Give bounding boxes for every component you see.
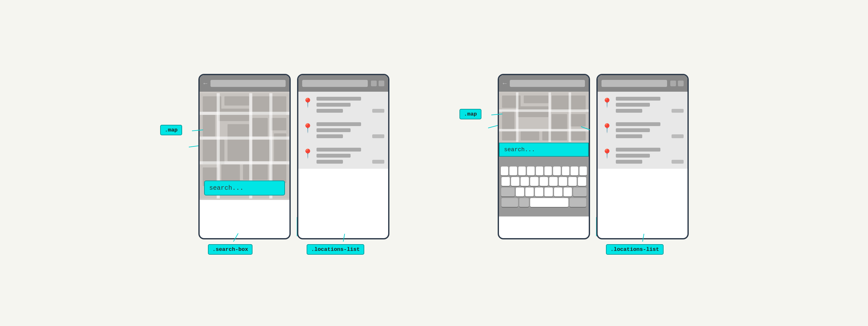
header-icon-2 — [379, 80, 384, 86]
kb-return-key[interactable] — [570, 198, 586, 207]
kb-key[interactable] — [559, 177, 567, 186]
svg-rect-40 — [499, 109, 589, 112]
svg-rect-39 — [570, 131, 586, 140]
pin-icon-6: 📍 — [601, 149, 613, 159]
list-item-6: 📍 — [601, 148, 684, 164]
kb-emoji-key[interactable] — [519, 198, 529, 207]
list-item-5: 📍 — [601, 122, 684, 138]
kb-key[interactable] — [540, 177, 548, 186]
right-phone-header-1 — [298, 75, 388, 92]
kb-delete-key[interactable] — [573, 188, 587, 196]
list-lines-5 — [616, 122, 669, 138]
annotation-locations-2: .locations-list — [606, 244, 663, 255]
right-phone-1: 📍 📍 — [297, 74, 390, 239]
list-line-4-2 — [616, 103, 650, 107]
left-phone-1: ← — [198, 74, 291, 239]
list-line-4-1 — [616, 97, 660, 101]
pin-icon-4: 📍 — [601, 97, 613, 108]
kb-key[interactable] — [516, 188, 524, 196]
kb-key[interactable] — [570, 166, 578, 175]
kb-key[interactable] — [525, 188, 534, 196]
kb-key[interactable] — [549, 177, 558, 186]
kb-key[interactable] — [545, 166, 552, 175]
list-line-5-1 — [616, 122, 660, 126]
list-line-6-2 — [616, 154, 650, 158]
list-item-3: 📍 — [302, 148, 384, 164]
kb-key[interactable] — [580, 166, 587, 175]
svg-rect-38 — [542, 131, 567, 140]
svg-rect-5 — [224, 96, 249, 105]
list-line-5-2 — [616, 128, 650, 132]
svg-rect-7 — [203, 115, 215, 137]
kb-key[interactable] — [509, 166, 517, 175]
list-item-2: 📍 — [302, 122, 384, 138]
kb-key[interactable] — [511, 177, 519, 186]
kb-key[interactable] — [536, 166, 543, 175]
svg-rect-30 — [524, 96, 549, 103]
header-icon-1 — [371, 80, 377, 86]
header-icon-3 — [670, 80, 676, 86]
list-tag-2 — [372, 134, 384, 138]
header-icon-4 — [678, 80, 684, 86]
kb-shift-key[interactable] — [501, 188, 515, 196]
svg-rect-32 — [502, 111, 515, 130]
kb-key[interactable] — [527, 166, 534, 175]
kb-key[interactable] — [521, 177, 529, 186]
svg-rect-34 — [552, 114, 567, 130]
kb-row-3 — [501, 188, 587, 196]
list-tag-6 — [672, 160, 684, 164]
map-area-1: search... — [199, 92, 289, 200]
list-lines-6 — [616, 148, 669, 164]
svg-rect-21 — [199, 161, 289, 165]
kb-key[interactable] — [518, 166, 526, 175]
kb-key[interactable] — [568, 177, 577, 186]
right-header-icons-1 — [371, 80, 384, 86]
list-tag-3 — [372, 160, 384, 164]
search-box-2[interactable]: search... — [499, 143, 589, 157]
kb-key[interactable] — [535, 188, 543, 196]
kb-key[interactable] — [554, 188, 562, 196]
svg-rect-35 — [570, 114, 586, 126]
diagram-2: ← — [453, 55, 714, 271]
list-line-5-3 — [616, 134, 642, 138]
pin-icon-5: 📍 — [601, 123, 613, 134]
kb-key[interactable] — [564, 188, 572, 196]
kb-key[interactable] — [562, 166, 569, 175]
right-phone-2: 📍 📍 — [596, 74, 689, 239]
svg-rect-41 — [499, 129, 589, 131]
svg-rect-11 — [203, 140, 224, 165]
search-placeholder-1: search... — [209, 184, 244, 192]
svg-rect-37 — [521, 131, 539, 140]
list-tag-1 — [372, 109, 384, 113]
kb-num-key[interactable] — [501, 198, 518, 207]
svg-rect-43 — [549, 92, 551, 142]
phone-header-2: ← — [499, 75, 589, 92]
list-lines-1 — [316, 97, 369, 113]
list-line-3-3 — [316, 160, 343, 164]
kb-key[interactable] — [545, 188, 553, 196]
list-line-2-3 — [316, 134, 343, 138]
list-line-2-2 — [316, 128, 350, 132]
kb-key[interactable] — [530, 177, 538, 186]
locations-list-1: 📍 📍 — [298, 92, 388, 169]
svg-rect-31 — [552, 96, 586, 111]
kb-key[interactable] — [553, 166, 560, 175]
list-line-4-3 — [616, 109, 642, 113]
kb-key[interactable] — [501, 166, 508, 175]
pin-icon-1: 📍 — [302, 97, 313, 108]
list-line-1-2 — [316, 103, 350, 107]
svg-rect-12 — [228, 124, 249, 161]
kb-key[interactable] — [501, 177, 510, 186]
search-box-1[interactable]: search... — [204, 181, 285, 195]
annotation-locations-1: .locations-list — [307, 244, 364, 255]
keyboard-area — [499, 157, 589, 217]
kb-row-1 — [501, 166, 587, 175]
annotation-map-1: .map — [160, 125, 182, 135]
kb-key[interactable] — [578, 177, 586, 186]
kb-row-4 — [501, 198, 587, 207]
kb-space-key[interactable] — [530, 198, 568, 207]
svg-rect-13 — [252, 140, 271, 161]
right-header-icons-2 — [670, 80, 684, 86]
svg-rect-44 — [569, 92, 571, 142]
list-lines-2 — [316, 122, 369, 138]
